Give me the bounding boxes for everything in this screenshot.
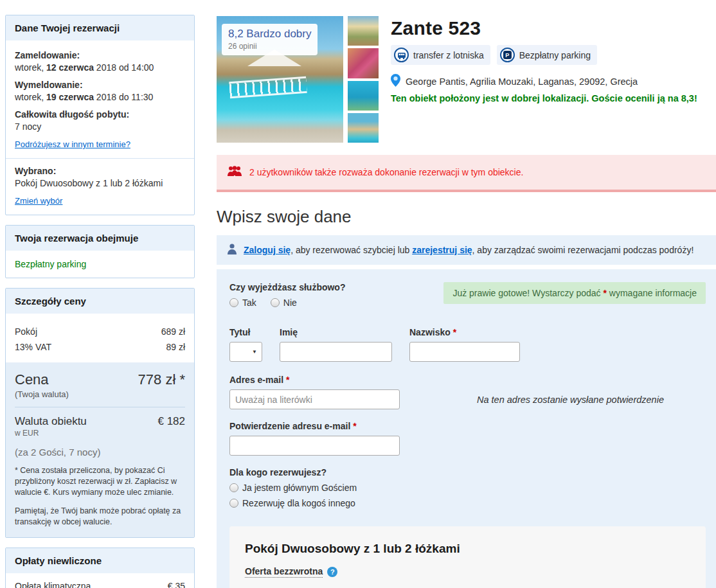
location-pin-icon [391,74,400,89]
radio-business-yes-label[interactable]: Tak [242,298,256,308]
for-whom-question: Dla kogo rezerwujesz? [229,467,706,477]
email-input[interactable] [229,389,400,409]
non-refundable-offer-label[interactable]: Oferta bezzwrotna [245,566,323,578]
register-link[interactable]: zarejestruj się [412,245,472,255]
shuttle-icon [394,48,409,62]
main-content: 8,2 Bardzo dobry 26 opinii Zante 523 [195,15,716,588]
total-price-block: Cena (Twoja waluta) 778 zł * Waluta obie… [6,362,194,537]
divider [15,407,185,407]
booking-page: Dane Twojej rezerwacji Zameldowanie: wto… [0,0,716,588]
checkout-post: 2018 do 11:30 [94,92,153,102]
last-name-label-text: Nazwisko [409,327,451,337]
total-price-label: Cena [15,371,69,388]
last-name-label: Nazwisko * [409,327,520,337]
hotel-thumbnails [348,16,379,143]
price-row-value: 89 zł [166,342,185,352]
almost-done-notice: Już prawie gotowe! Wystarczy podać * wym… [443,282,706,304]
selected-room-value: Pokój Dwuosobowy z 1 lub 2 łóżkami [15,178,185,188]
transfer-badge: transfer z lotniska [391,45,490,65]
includes-item: Bezpłatny parking [6,251,194,278]
checkout-pre: wtorek, [15,92,46,102]
rating-badge[interactable]: 8,2 Bardzo dobry 26 opinii [222,24,318,55]
almost-done-post: wymagane informacje [607,288,697,298]
email-confirm-input[interactable] [229,436,400,456]
total-price-sublabel: (Twoja waluta) [15,389,69,399]
radio-business-no-label[interactable]: Nie [283,298,297,308]
change-dates-link[interactable]: Podróżujesz w innym terminie? [15,139,130,149]
price-row-room: Pokój 689 zł [15,326,185,337]
room-card: Pokój Dwuosobowy z 1 lub 2 łóżkami Ofert… [229,526,706,588]
checkin-value: wtorek, 12 czerwca 2018 od 14:00 [15,62,185,73]
email-confirmation-note: Na ten adres zostanie wysłane potwierdze… [477,395,664,405]
checkin-date: 12 czerwca [46,62,94,73]
property-currency-label: Waluta obiektu [15,415,87,428]
stay-length-value: 7 nocy [15,121,185,132]
title-field-label: Tytuł [229,327,262,337]
radio-business-no[interactable] [271,298,280,307]
price-row-label: Pokój [15,326,37,337]
help-icon[interactable]: ? [327,567,337,577]
room-title: Pokój Dwuosobowy z 1 lub 2 łóżkami [245,542,690,556]
checkin-pre: wtorek, [15,62,46,73]
transfer-badge-label: transfer z lotniska [413,50,484,60]
total-price-value: 778 zł * [138,371,185,388]
currency-note-2: Pamiętaj, że Twój bank może pobrać opłat… [15,506,185,528]
parking-badge-label: Bezpłatny parking [519,50,591,60]
guests-nights-note: (za 2 Gości, 7 nocy) [15,447,185,458]
divider [6,158,194,159]
radio-main-guest[interactable] [229,483,238,492]
stay-length-label: Całkowita długość pobytu: [15,109,185,120]
first-name-label: Imię [280,327,392,337]
urgency-alert-text: 2 użytkowników także rozważa dokonanie r… [249,167,523,177]
login-text-mid: , aby rezerwować szybciej lub [291,245,412,255]
change-selection-link[interactable]: Zmień wybór [15,196,62,206]
chevron-down-icon: ▼ [252,349,257,355]
checkout-date: 19 czerwca [46,92,94,102]
radio-someone-else[interactable] [229,499,238,508]
hotel-thumbnail[interactable] [348,81,379,111]
guest-details-form: Czy wyjeżdżasz służbowo? Tak Nie Już pra… [217,269,716,588]
login-bar: Zaloguj się, aby rezerwować szybciej lub… [217,235,716,265]
radio-business-yes[interactable] [229,298,238,307]
checkout-label: Wymeldowanie: [15,80,185,90]
group-icon [227,166,242,179]
business-trip-question: Czy wyjeżdżasz służbowo? [229,282,345,292]
required-asterisk: * [453,327,456,337]
photo-fence-shape [229,76,307,98]
property-currency-value: € 182 [157,415,185,428]
hotel-photos: 8,2 Bardzo dobry 26 opinii [217,16,379,143]
includes-title: Twoja rezerwacja obejmuje [6,226,194,251]
hotel-thumbnail[interactable] [348,48,379,78]
login-bar-text: Zaloguj się, aby rezerwować szybciej lub… [244,245,694,255]
property-currency-sublabel: w EUR [15,429,87,438]
hotel-name: Zante 523 [391,17,697,39]
hotel-header: 8,2 Bardzo dobry 26 opinii Zante 523 [217,16,716,143]
email-label: Adres e-mail * [229,375,400,385]
hotel-thumbnail[interactable] [348,16,379,46]
extra-fees-box: Opłaty niewliczone Opłata klimatyczna € … [5,548,195,588]
fee-label: Opłata klimatyczna [15,581,91,588]
booking-details-title: Dane Twojej rezerwacji [6,15,194,40]
last-name-input[interactable] [409,342,520,362]
rating-score: 8,2 Bardzo dobry [228,28,311,40]
email-confirm-label: Potwierdzenie adresu e-mail * [229,421,706,431]
title-select[interactable]: ▼ [229,342,262,362]
almost-done-pre: Już prawie gotowe! Wystarczy podać [452,288,603,298]
person-icon [227,244,237,256]
radio-main-guest-label[interactable]: Ja jestem głównym Gościem [242,483,357,493]
includes-box: Twoja rezerwacja obejmuje Bezpłatny park… [5,225,195,278]
parking-letter: P [503,51,512,59]
price-row-vat: 13% VAT 89 zł [15,342,185,352]
radio-someone-else-label[interactable]: Rezerwuję dla kogoś innego [242,498,355,508]
checkout-value: wtorek, 19 czerwca 2018 do 11:30 [15,92,185,102]
login-text-tail: , aby zarządzać swoimi rezerwacjami podc… [472,245,694,255]
form-heading: Wpisz swoje dane [217,207,716,227]
hotel-main-photo[interactable]: 8,2 Bardzo dobry 26 opinii [217,16,343,143]
hotel-thumbnail[interactable] [348,113,379,143]
first-name-input[interactable] [280,342,392,362]
login-link[interactable]: Zaloguj się [244,245,291,255]
checkin-post: 2018 od 14:00 [94,62,154,73]
selected-room-label: Wybrano: [15,166,185,176]
rating-reviews-count: 26 opinii [228,42,311,51]
parking-icon: P [500,48,515,62]
